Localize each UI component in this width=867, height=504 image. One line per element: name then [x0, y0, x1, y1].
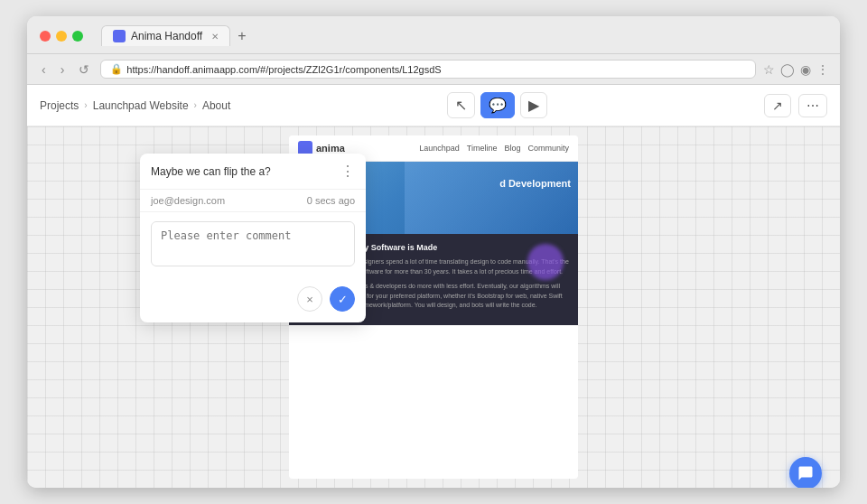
- toolbar-right: ↗ ⋯: [764, 94, 827, 117]
- reload-button[interactable]: ↺: [75, 61, 93, 79]
- breadcrumb-sep-1: ›: [84, 100, 87, 110]
- lock-icon: 🔒: [110, 63, 123, 75]
- maximize-button[interactable]: [72, 31, 83, 42]
- bookmark-button[interactable]: ☆: [763, 62, 775, 77]
- new-tab-button[interactable]: +: [234, 28, 249, 44]
- tab-close-button[interactable]: ✕: [211, 32, 219, 42]
- comment-input-area: [140, 212, 366, 279]
- more-options-button[interactable]: ⋯: [798, 94, 827, 117]
- share-button[interactable]: ↗: [764, 94, 791, 117]
- preview-hero-text: d Development: [499, 178, 571, 189]
- extensions-button[interactable]: ◯: [780, 62, 795, 77]
- nav-actions: ☆ ◯ ◉ ⋮: [763, 62, 829, 77]
- comment-menu-button[interactable]: ⋮: [340, 163, 355, 180]
- preview-nav-links: Launchpad Timeline Blog Community: [419, 144, 569, 153]
- browser-tab[interactable]: Anima Handoff ✕: [101, 25, 230, 46]
- comment-cancel-button[interactable]: ×: [297, 286, 322, 312]
- address-bar[interactable]: 🔒 https://handoff.animaapp.com/#/project…: [100, 60, 756, 79]
- comment-actions: × ✓: [140, 279, 366, 322]
- url-text: https://handoff.animaapp.com/#/projects/…: [126, 64, 441, 75]
- menu-button[interactable]: ⋮: [816, 62, 829, 77]
- tab-title: Anima Handoff: [131, 30, 202, 42]
- tab-favicon: [113, 30, 126, 42]
- profile-button[interactable]: ◉: [800, 62, 811, 77]
- nav-link-community: Community: [527, 144, 569, 153]
- close-button[interactable]: [40, 31, 51, 42]
- comment-author: joe@design.com: [151, 195, 225, 206]
- breadcrumb: Projects › Launchpad Website › About: [40, 99, 230, 112]
- tab-bar: Anima Handoff ✕ +: [101, 25, 250, 46]
- nav-link-launchpad: Launchpad: [419, 144, 460, 153]
- comment-timestamp: 0 secs ago: [307, 195, 355, 206]
- preview-logo-text: anima: [316, 143, 345, 154]
- breadcrumb-about[interactable]: About: [202, 99, 230, 112]
- nav-link-timeline: Timeline: [467, 144, 498, 153]
- traffic-lights: [40, 31, 83, 42]
- comment-confirm-button[interactable]: ✓: [330, 286, 355, 312]
- chat-icon: [797, 465, 814, 481]
- breadcrumb-projects[interactable]: Projects: [40, 99, 79, 112]
- comment-text: Maybe we can flip the a?: [151, 165, 271, 178]
- comment-meta: joe@design.com 0 secs ago: [140, 190, 366, 212]
- breadcrumb-sep-2: ›: [194, 100, 197, 110]
- back-button[interactable]: ‹: [38, 61, 50, 79]
- comment-header: Maybe we can flip the a? ⋮: [140, 154, 366, 190]
- nav-bar: ‹ › ↺ 🔒 https://handoff.animaapp.com/#/p…: [27, 54, 840, 85]
- comment-mode-button[interactable]: 💬: [480, 92, 515, 118]
- select-mode-button[interactable]: ↖: [447, 92, 475, 118]
- toolbar-controls: ↖ 💬 ▶: [447, 92, 547, 118]
- breadcrumb-website[interactable]: Launchpad Website: [93, 99, 189, 112]
- minimize-button[interactable]: [56, 31, 67, 42]
- content-area: anima Launchpad Timeline Blog Community: [27, 126, 840, 488]
- nav-link-blog: Blog: [504, 144, 520, 153]
- forward-button[interactable]: ›: [57, 61, 69, 79]
- chat-bubble-button[interactable]: [789, 457, 822, 488]
- comment-popup: Maybe we can flip the a? ⋮ joe@design.co…: [140, 154, 366, 322]
- play-mode-button[interactable]: ▶: [520, 92, 547, 118]
- toolbar: Projects › Launchpad Website › About ↖ 💬…: [27, 85, 840, 126]
- browser-window: Anima Handoff ✕ + ‹ › ↺ 🔒 https://handof…: [27, 16, 840, 488]
- comment-input[interactable]: [151, 221, 355, 266]
- title-bar: Anima Handoff ✕ +: [27, 16, 840, 54]
